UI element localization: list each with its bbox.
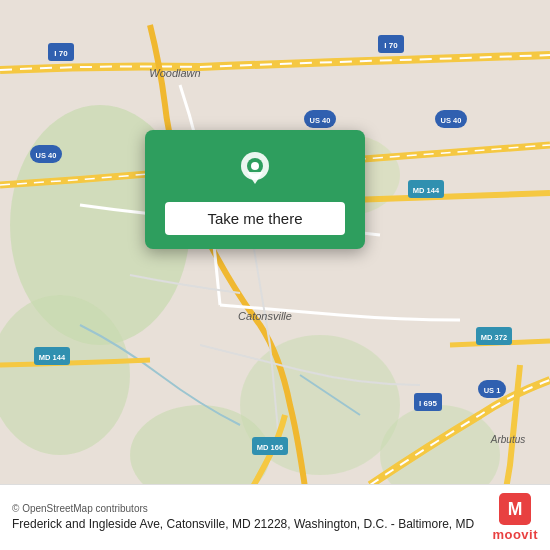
- address-text: Frederick and Ingleside Ave, Catonsville…: [12, 516, 482, 533]
- moovit-logo: M moovit: [492, 493, 538, 542]
- svg-text:US 40: US 40: [310, 116, 331, 125]
- moovit-text: moovit: [492, 527, 538, 542]
- svg-text:I 70: I 70: [54, 49, 68, 58]
- map-container: I 70 I 70 US 40 US 40 US 40 MD 144 MD 14…: [0, 0, 550, 550]
- moovit-icon: M: [499, 493, 531, 525]
- svg-text:MD 166: MD 166: [257, 443, 283, 452]
- svg-text:US 40: US 40: [441, 116, 462, 125]
- location-card: Take me there: [145, 130, 365, 249]
- osm-attribution: © OpenStreetMap contributors: [12, 503, 482, 514]
- take-me-there-button[interactable]: Take me there: [165, 202, 345, 235]
- bottom-bar: © OpenStreetMap contributors Frederick a…: [0, 484, 550, 550]
- svg-text:I 695: I 695: [419, 399, 437, 408]
- svg-text:US 40: US 40: [36, 151, 57, 160]
- svg-point-34: [251, 162, 259, 170]
- svg-text:M: M: [508, 499, 523, 519]
- map-background: I 70 I 70 US 40 US 40 US 40 MD 144 MD 14…: [0, 0, 550, 550]
- svg-text:Catonsville: Catonsville: [238, 310, 292, 322]
- address-section: © OpenStreetMap contributors Frederick a…: [12, 503, 492, 533]
- svg-text:MD 144: MD 144: [413, 186, 440, 195]
- svg-text:Woodlawn: Woodlawn: [149, 67, 200, 79]
- svg-text:US 1: US 1: [484, 386, 501, 395]
- svg-text:MD 372: MD 372: [481, 333, 507, 342]
- svg-text:MD 144: MD 144: [39, 353, 66, 362]
- location-pin-icon: [233, 148, 277, 192]
- svg-text:Arbutus: Arbutus: [490, 434, 525, 445]
- svg-text:I 70: I 70: [384, 41, 398, 50]
